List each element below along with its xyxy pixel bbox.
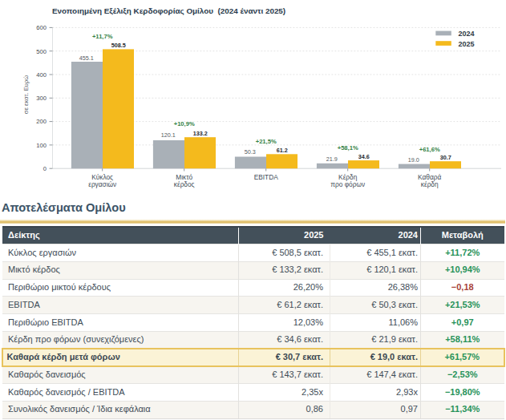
svg-text:200: 200 bbox=[36, 118, 47, 125]
svg-text:προ φόρων: προ φόρων bbox=[330, 180, 365, 188]
svg-text:0: 0 bbox=[43, 165, 47, 172]
svg-text:600: 600 bbox=[36, 24, 47, 31]
svg-text:300: 300 bbox=[36, 95, 47, 102]
svg-text:+10,9%: +10,9% bbox=[174, 120, 195, 127]
svg-text:30.7: 30.7 bbox=[440, 154, 451, 161]
svg-text:κέρδος: κέρδος bbox=[174, 180, 195, 188]
svg-text:133.2: 133.2 bbox=[193, 130, 208, 137]
svg-text:κέρδη: κέρδη bbox=[421, 180, 439, 188]
svg-text:100: 100 bbox=[36, 142, 47, 149]
svg-text:21.9: 21.9 bbox=[326, 155, 338, 163]
svg-text:Ενοποιημένη Εξέλιξη Κερδοφορία: Ενοποιημένη Εξέλιξη Κερδοφορίας Ομίλου (… bbox=[52, 6, 285, 15]
svg-text:120.1: 120.1 bbox=[161, 131, 176, 139]
svg-text:+58,1%: +58,1% bbox=[338, 144, 358, 151]
svg-text:500: 500 bbox=[36, 48, 47, 55]
svg-text:34.6: 34.6 bbox=[358, 153, 370, 160]
svg-text:61.2: 61.2 bbox=[277, 147, 288, 154]
svg-text:50.3: 50.3 bbox=[245, 148, 256, 155]
svg-text:2024: 2024 bbox=[459, 30, 475, 38]
svg-text:EBITDA: EBITDA bbox=[254, 173, 278, 181]
svg-text:+21,5%: +21,5% bbox=[256, 138, 277, 145]
svg-text:455.1: 455.1 bbox=[79, 55, 94, 62]
svg-text:19.0: 19.0 bbox=[408, 156, 419, 164]
svg-text:2025: 2025 bbox=[459, 40, 475, 48]
svg-text:508.5: 508.5 bbox=[111, 42, 126, 49]
svg-text:+11,7%: +11,7% bbox=[92, 33, 113, 40]
svg-text:400: 400 bbox=[36, 71, 47, 79]
svg-text:εργασιών: εργασιών bbox=[88, 180, 116, 188]
svg-text:+61,6%: +61,6% bbox=[419, 146, 440, 153]
svg-text:σε εκατ. Ευρώ: σε εκατ. Ευρώ bbox=[22, 75, 30, 114]
